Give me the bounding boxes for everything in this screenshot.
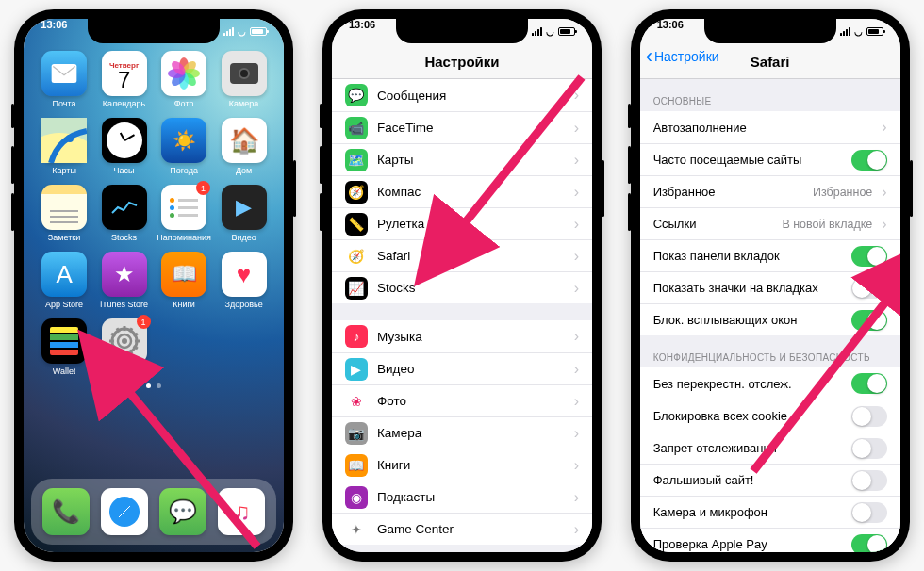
settings-row-подкасты[interactable]: ◉Подкасты› (332, 481, 592, 513)
row-запрет-отслеживания[interactable]: Запрет отслеживания (640, 432, 900, 464)
row-label: Фальшивый сайт! (653, 473, 842, 487)
toggle[interactable] (851, 438, 887, 459)
row-icon: 📹 (345, 117, 368, 139)
settings-row-книги[interactable]: 📖Книги› (332, 449, 592, 481)
svg-point-19 (122, 338, 127, 344)
toggle[interactable] (851, 278, 887, 299)
row-icon: 🧭 (345, 181, 368, 204)
status-time: 13:06 (657, 19, 684, 43)
chevron-right-icon: › (574, 425, 579, 442)
app-photos[interactable]: Фото (157, 51, 211, 108)
row-label: Избранное (653, 185, 803, 199)
toggle[interactable] (851, 406, 887, 427)
app-label: Напоминания (157, 233, 210, 242)
toggle[interactable] (851, 534, 887, 553)
app-remind[interactable]: 1Напоминания (157, 185, 211, 242)
app-label: Карты (52, 166, 76, 175)
toggle[interactable] (851, 502, 887, 523)
back-button[interactable]: Настройки (646, 49, 719, 64)
settings-row-сообщения[interactable]: 💬Сообщения› (332, 79, 592, 111)
app-appstore[interactable]: AApp Store (37, 252, 91, 309)
row-без-перекрестн-отслеж-[interactable]: Без перекрестн. отслеж. (640, 367, 900, 400)
row-ссылки[interactable]: СсылкиВ новой вкладке› (640, 207, 900, 239)
page-dots (37, 383, 271, 388)
chevron-right-icon: › (574, 489, 579, 506)
toggle[interactable] (851, 246, 887, 267)
app-label: Stocks (111, 233, 137, 242)
row-блокировка-всех-cookie[interactable]: Блокировка всех cookie (640, 400, 900, 432)
app-maps[interactable]: Карты (37, 118, 91, 175)
app-label: Здоровье (224, 300, 262, 309)
row-label: Ссылки (653, 217, 773, 231)
toggle[interactable] (851, 470, 887, 491)
row-label: Показ панели вкладок (653, 249, 842, 263)
row-icon: 📷 (345, 422, 368, 445)
settings-row-видео[interactable]: ▶Видео› (332, 352, 592, 384)
row-избранное[interactable]: ИзбранноеИзбранное› (640, 175, 900, 207)
app-cam[interactable]: Камера (217, 51, 272, 108)
app-mail[interactable]: Почта (37, 51, 91, 108)
settings-row-рулетка[interactable]: 📏Рулетка› (332, 207, 592, 239)
row-проверка-apple-pay[interactable]: Проверка Apple Pay (640, 528, 900, 552)
settings-row-карты[interactable]: 🗺️Карты› (332, 143, 592, 175)
chevron-right-icon: › (574, 216, 579, 233)
app-weather[interactable]: ☀️Погода (157, 118, 211, 175)
row-блок-всплывающих-окон[interactable]: Блок. всплывающих окон (640, 303, 900, 335)
chevron-right-icon: › (574, 328, 579, 345)
app-home[interactable]: 🏠Дом (217, 118, 272, 175)
row-icon: 📏 (345, 213, 368, 236)
app-stocks[interactable]: Stocks (97, 185, 152, 242)
dock-phone[interactable]: 📞 (42, 488, 90, 535)
dock-safari[interactable] (101, 488, 148, 535)
settings-row-компас[interactable]: 🧭Компас› (332, 175, 592, 207)
app-label: Часы (114, 166, 135, 175)
settings-row-фото[interactable]: ❀Фото› (332, 384, 592, 416)
app-clock[interactable]: Часы (97, 118, 152, 175)
page-title: Safari (751, 54, 790, 70)
row-показать-значки-на-вкладках[interactable]: Показать значки на вкладках (640, 271, 900, 303)
row-label: Камера и микрофон (653, 505, 842, 519)
row-value: Избранное (813, 186, 872, 199)
app-settings[interactable]: 1Настройки (97, 318, 152, 376)
settings-row-facetime[interactable]: 📹FaceTime› (332, 111, 592, 143)
settings-row-safari[interactable]: 🧭Safari› (332, 239, 592, 271)
settings-row-камера[interactable]: 📷Камера› (332, 416, 592, 449)
chevron-right-icon: › (882, 184, 886, 201)
toggle[interactable] (851, 150, 887, 171)
row-автозаполнение[interactable]: Автозаполнение› (640, 111, 900, 143)
app-label: Почта (53, 99, 76, 108)
row-label: Показать значки на вкладках (653, 281, 842, 295)
app-notes[interactable]: Заметки (37, 185, 91, 242)
app-itunes[interactable]: ★iTunes Store (97, 252, 152, 309)
app-health[interactable]: ♥Здоровье (217, 252, 272, 309)
app-video[interactable]: ▶Видео (217, 185, 272, 242)
phone-home: 13:06 ◡ ПочтаЧетверг7КалендарьФотоКамера… (14, 9, 293, 562)
dock-messages[interactable]: 💬 (159, 488, 206, 535)
row-камера-и-микрофон[interactable]: Камера и микрофон (640, 496, 900, 528)
row-label: Видео (377, 362, 565, 376)
toggle[interactable] (851, 373, 887, 394)
row-показ-панели-вкладок[interactable]: Показ панели вкладок (640, 239, 900, 271)
chevron-right-icon: › (574, 457, 579, 474)
row-label: Safari (377, 249, 565, 263)
app-books[interactable]: 📖Книги (157, 252, 211, 309)
row-label: Подкасты (377, 490, 565, 504)
app-label: Камера (229, 99, 258, 108)
app-wallet[interactable]: Wallet (37, 318, 91, 376)
row-фальшивый-сайт-[interactable]: Фальшивый сайт! (640, 464, 900, 496)
app-cal[interactable]: Четверг7Календарь (97, 51, 152, 108)
toggle[interactable] (851, 310, 887, 331)
safari-settings-list[interactable]: ОСНОВНЫЕ Автозаполнение›Часто посещаемые… (640, 79, 900, 552)
row-icon: ❀ (345, 390, 368, 413)
app-label: Wallet (53, 367, 76, 376)
chevron-right-icon: › (882, 119, 886, 136)
settings-row-музыка[interactable]: ♪Музыка› (332, 320, 592, 352)
dock-music[interactable]: ♫ (218, 488, 265, 535)
settings-row-stocks[interactable]: 📈Stocks› (332, 271, 592, 303)
row-label: Stocks (377, 281, 565, 295)
row-часто-посещаемые-сайты[interactable]: Часто посещаемые сайты (640, 143, 900, 175)
settings-row-game-center[interactable]: ✦Game Center› (332, 513, 592, 545)
row-label: Запрет отслеживания (653, 441, 842, 455)
row-label: Блок. всплывающих окон (653, 313, 842, 327)
settings-list[interactable]: 💬Сообщения›📹FaceTime›🗺️Карты›🧭Компас›📏Ру… (332, 79, 592, 552)
